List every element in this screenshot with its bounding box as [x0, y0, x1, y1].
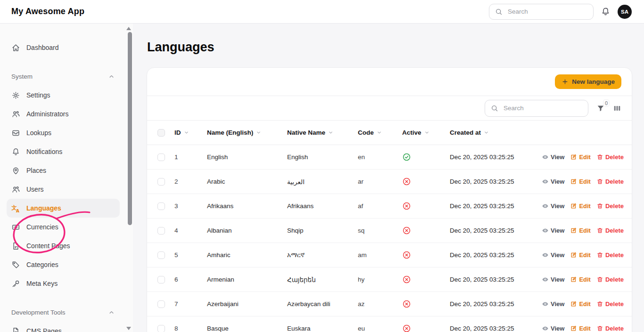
edit-icon [570, 251, 577, 259]
sidebar-section-development-tools[interactable]: Development Tools [7, 303, 120, 322]
cell-native-name: Azərbaycan dili [287, 300, 358, 308]
sidebar-nav: DashboardSystemSettingsAdministratorsLoo… [0, 38, 133, 332]
table-body: 1EnglishEnglishenDec 20, 2025 03:25:25Vi… [147, 145, 632, 332]
delete-button[interactable]: Delete [596, 154, 624, 161]
cell-native-name: Afrikaans [287, 202, 358, 210]
sidebar-section-system[interactable]: System [7, 67, 120, 86]
column-header-code[interactable]: Code [358, 129, 402, 136]
edit-label: Edit [579, 178, 591, 185]
view-button[interactable]: View [542, 154, 564, 161]
edit-button[interactable]: Edit [570, 325, 591, 332]
view-button[interactable]: View [542, 202, 564, 210]
table-search-input[interactable] [503, 104, 582, 112]
table-row: 8BasqueEuskaraeuDec 20, 2025 03:25:25Vie… [147, 316, 632, 332]
global-search-input[interactable] [507, 8, 587, 16]
view-button[interactable]: View [542, 300, 564, 308]
sidebar-item-meta-keys[interactable]: Meta Keys [7, 274, 120, 293]
delete-button[interactable]: Delete [596, 300, 624, 308]
row-checkbox[interactable] [157, 300, 165, 308]
view-label: View [551, 300, 564, 308]
trash-icon [596, 251, 603, 259]
row-checkbox[interactable] [157, 325, 165, 332]
delete-button[interactable]: Delete [596, 251, 624, 259]
delete-button[interactable]: Delete [596, 227, 624, 234]
cell-name: English [207, 154, 287, 161]
search-icon [495, 8, 503, 16]
global-search[interactable] [489, 4, 594, 20]
view-button[interactable]: View [542, 276, 564, 283]
eye-icon [542, 251, 549, 259]
sidebar-item-label: Notifications [26, 148, 62, 155]
edit-button[interactable]: Edit [570, 202, 591, 210]
row-checkbox[interactable] [157, 251, 165, 259]
edit-button[interactable]: Edit [570, 300, 591, 308]
filter-button[interactable]: 0 [596, 104, 605, 113]
cell-created-at: Dec 20, 2025 03:25:25 [450, 227, 542, 234]
cell-created-at: Dec 20, 2025 03:25:25 [450, 154, 542, 161]
new-language-button[interactable]: New language [555, 74, 621, 89]
delete-button[interactable]: Delete [596, 325, 624, 332]
eye-icon [542, 154, 549, 161]
edit-button[interactable]: Edit [570, 227, 591, 234]
row-checkbox[interactable] [157, 227, 165, 235]
column-header-name-english[interactable]: Name (English) [207, 129, 287, 136]
select-all-checkbox[interactable] [157, 129, 165, 137]
sidebar-item-currencies[interactable]: Currencies [7, 218, 120, 236]
column-header-created-at[interactable]: Created at [450, 129, 542, 136]
sidebar-item-lookups[interactable]: Lookups [7, 123, 120, 142]
row-actions: ViewEditDelete [542, 227, 624, 234]
scrollbar-thumb[interactable] [128, 32, 132, 225]
row-checkbox[interactable] [157, 202, 165, 210]
delete-button[interactable]: Delete [596, 202, 624, 210]
sidebar-item-categories[interactable]: Categories [7, 255, 120, 274]
cell-code: eu [358, 325, 402, 332]
sidebar-item-cms-pages[interactable]: CMS Pages [7, 322, 120, 332]
edit-button[interactable]: Edit [570, 154, 591, 161]
cell-id: 8 [174, 325, 207, 332]
svg-text:A: A [16, 208, 19, 212]
sidebar-item-settings[interactable]: Settings [7, 86, 120, 105]
avatar[interactable]: SA [618, 5, 632, 19]
table-row: 6ArmenianՀայերենhyDec 20, 2025 03:25:25V… [147, 267, 632, 292]
cell-created-at: Dec 20, 2025 03:25:25 [450, 251, 542, 259]
sidebar-item-administrators[interactable]: Administrators [7, 105, 120, 123]
row-checkbox[interactable] [157, 178, 165, 186]
scrollbar-up-arrow[interactable] [126, 27, 131, 30]
delete-label: Delete [605, 276, 624, 283]
trash-icon [596, 325, 603, 332]
status-inactive-icon [402, 226, 450, 235]
sidebar-item-dashboard[interactable]: Dashboard [7, 38, 120, 57]
view-button[interactable]: View [542, 227, 564, 234]
edit-button[interactable]: Edit [570, 276, 591, 283]
chevron-down-icon [256, 130, 261, 135]
table-row: 1EnglishEnglishenDec 20, 2025 03:25:25Vi… [147, 145, 632, 170]
sidebar-item-label: Categories [26, 261, 58, 268]
column-header-id[interactable]: ID [174, 129, 207, 136]
delete-button[interactable]: Delete [596, 178, 624, 185]
sidebar-item-users[interactable]: Users [7, 180, 120, 199]
column-header-native-name[interactable]: Native Name [287, 129, 358, 136]
table-search[interactable] [485, 100, 588, 117]
gear-icon [11, 91, 20, 100]
view-label: View [551, 276, 564, 283]
sidebar-item-content-pages[interactable]: Content Pages [7, 236, 120, 255]
notifications-bell-icon[interactable] [601, 7, 611, 16]
edit-button[interactable]: Edit [570, 251, 591, 259]
edit-button[interactable]: Edit [570, 178, 591, 185]
scrollbar-down-arrow[interactable] [126, 327, 131, 330]
sidebar-item-places[interactable]: Places [7, 161, 120, 180]
sidebar-item-notifications[interactable]: Notifications [7, 142, 120, 161]
sidebar-item-languages[interactable]: 文ALanguages [7, 199, 120, 218]
columns-button[interactable] [613, 104, 621, 113]
view-button[interactable]: View [542, 178, 564, 185]
row-actions: ViewEditDelete [542, 300, 624, 308]
x-circle-icon [402, 275, 450, 284]
column-header-active[interactable]: Active [402, 129, 450, 136]
row-checkbox[interactable] [157, 276, 165, 283]
view-button[interactable]: View [542, 251, 564, 259]
row-checkbox[interactable] [157, 154, 165, 161]
delete-label: Delete [605, 300, 624, 308]
main: Languages New language 0 [133, 24, 644, 332]
view-button[interactable]: View [542, 325, 564, 332]
delete-button[interactable]: Delete [596, 276, 624, 283]
